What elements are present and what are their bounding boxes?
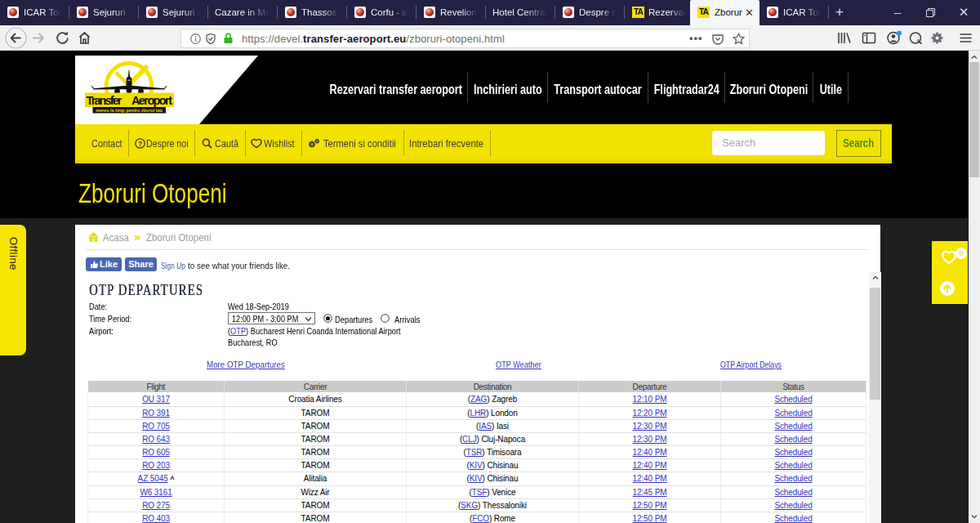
svg-text:mereu la timp pentru zborul ta: mereu la timp pentru zborul tau bbox=[96, 108, 163, 113]
svg-text:Transfer: Transfer bbox=[87, 94, 122, 107]
svg-text:?: ? bbox=[138, 140, 142, 148]
svg-text:Aeroport: Aeroport bbox=[131, 94, 172, 107]
svg-text:ai: ai bbox=[917, 38, 920, 42]
